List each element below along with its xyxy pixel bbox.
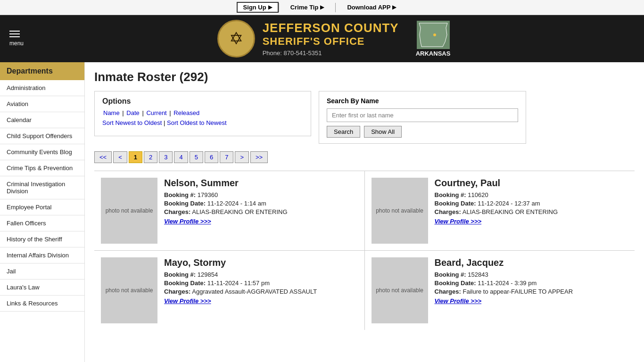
page-button-1[interactable]: 1: [129, 151, 142, 163]
signup-arrow-icon: ▶: [268, 4, 272, 10]
sidebar-item-aviation[interactable]: Aviation: [0, 96, 84, 112]
inmate-booking-number: Booking #: 110620: [435, 191, 628, 198]
view-profile-link[interactable]: View Profile >>>: [435, 218, 482, 225]
first-page-button[interactable]: <<: [94, 151, 112, 163]
download-app-button[interactable]: Download APP ▶: [336, 4, 407, 11]
logo-area: ✡ JEFFERSON COUNTY SHERIFF'S OFFICE Phon…: [33, 20, 635, 58]
menu-line-2: [9, 33, 20, 34]
page-title: Inmate Roster (292): [94, 70, 635, 84]
inmate-card: photo not availableBeard, JacquezBooking…: [365, 251, 635, 330]
top-options-row: Options Name | Date | Current | Released…: [94, 91, 635, 144]
sort-newest-link[interactable]: Sort Newest to Oldest: [102, 119, 162, 126]
arkansas-map-icon: [417, 21, 450, 49]
page-button-5[interactable]: 5: [190, 151, 203, 163]
inmate-booking-date: Booking Date: 11-11-2024 - 3:39 pm: [435, 280, 628, 287]
inmate-photo: photo not available: [372, 178, 428, 244]
inmate-booking-date: Booking Date: 11-11-2024 - 11:57 pm: [164, 280, 358, 287]
svg-point-2: [433, 33, 436, 36]
sidebar-item-employee-portal[interactable]: Employee Portal: [0, 199, 84, 215]
signup-button[interactable]: Sign Up ▶: [237, 2, 279, 13]
title-line1: JEFFERSON COUNTY: [263, 21, 399, 35]
sidebar-item-child-support-offenders[interactable]: Child Support Offenders: [0, 128, 84, 144]
options-name-link[interactable]: Name: [103, 109, 120, 116]
menu-button[interactable]: menu: [9, 31, 24, 47]
show-all-button[interactable]: Show All: [364, 126, 402, 138]
inmate-charges: Charges: ALIAS-BREAKING OR ENTERING: [435, 208, 628, 215]
page-button-4[interactable]: 4: [174, 151, 188, 163]
menu-line-1: [9, 31, 20, 32]
phone-number: Phone: 870-541-5351: [263, 49, 399, 57]
crime-tip-button[interactable]: Crime Tip ▶: [279, 4, 336, 11]
menu-line-3: [9, 36, 20, 37]
sidebar-item-history-of-the-sheriff[interactable]: History of the Sheriff: [0, 231, 84, 247]
inmate-name: Beard, Jacquez: [435, 257, 628, 268]
sidebar-item-fallen-officers[interactable]: Fallen Officers: [0, 215, 84, 231]
sidebar-item-criminal-investigation-division[interactable]: Criminal Investigation Division: [0, 176, 84, 199]
title-line2: SHERIFF'S OFFICE: [263, 35, 399, 48]
sidebar-item-lauras-law[interactable]: Laura's Law: [0, 280, 84, 296]
sidebar-item-internal-affairs-division[interactable]: Internal Affairs Division: [0, 247, 84, 263]
inmate-card: photo not availableNelson, SummerBooking…: [94, 171, 365, 250]
options-released-link[interactable]: Released: [173, 109, 199, 116]
sidebar-item-calendar[interactable]: Calendar: [0, 112, 84, 128]
page-layout: Departments AdministrationAviationCalend…: [0, 62, 644, 362]
inmate-photo: photo not available: [101, 178, 157, 244]
inmate-name: Courtney, Paul: [435, 178, 628, 189]
inmate-row: photo not availableMayo, StormyBooking #…: [94, 250, 635, 330]
menu-label: menu: [9, 40, 24, 47]
sheriff-badge-icon: ✡: [217, 20, 255, 58]
inmate-charges: Charges: Aggravated Assault-AGGRAVATED A…: [164, 288, 358, 295]
options-current-link[interactable]: Current: [146, 109, 166, 116]
sidebar: Departments AdministrationAviationCalend…: [0, 62, 85, 362]
site-title-block: JEFFERSON COUNTY SHERIFF'S OFFICE Phone:…: [263, 21, 399, 57]
inmate-booking-number: Booking #: 129854: [164, 271, 358, 278]
view-profile-link[interactable]: View Profile >>>: [435, 297, 482, 304]
sidebar-item-crime-tips--prevention[interactable]: Crime Tips & Prevention: [0, 160, 84, 176]
page-button-7[interactable]: 7: [220, 151, 233, 163]
inmate-info: Beard, JacquezBooking #: 152843Booking D…: [435, 257, 628, 323]
download-app-arrow-icon: ▶: [392, 4, 396, 10]
options-date-link[interactable]: Date: [126, 109, 139, 116]
sidebar-header: Departments: [0, 62, 84, 80]
sidebar-item-administration[interactable]: Administration: [0, 80, 84, 96]
crime-tip-arrow-icon: ▶: [320, 4, 324, 10]
download-app-label: Download APP: [347, 4, 390, 11]
inmate-info: Nelson, SummerBooking #: 179360Booking D…: [164, 178, 358, 244]
search-title: Search By Name: [327, 97, 518, 105]
inmate-row: photo not availableNelson, SummerBooking…: [94, 171, 635, 250]
inmate-grid: photo not availableNelson, SummerBooking…: [94, 171, 635, 330]
inmate-charges: Charges: ALIAS-BREAKING OR ENTERING: [164, 208, 358, 215]
prev-page-button[interactable]: <: [113, 151, 127, 163]
inmate-booking-number: Booking #: 179360: [164, 191, 358, 198]
sidebar-item-community-events-blog[interactable]: Community Events Blog: [0, 144, 84, 160]
last-page-button[interactable]: >>: [250, 151, 268, 163]
inmate-photo: photo not available: [101, 257, 157, 323]
page-button-6[interactable]: 6: [205, 151, 218, 163]
sort-oldest-link[interactable]: Sort Oldest to Newest: [167, 119, 226, 126]
inmate-card: photo not availableCourtney, PaulBooking…: [365, 171, 635, 250]
pagination: << < 1234567 > >>: [94, 151, 635, 163]
crime-tip-label: Crime Tip: [290, 4, 319, 11]
inmate-booking-date: Booking Date: 11-12-2024 - 1:14 am: [164, 200, 358, 207]
site-header: menu ✡ JEFFERSON COUNTY SHERIFF'S OFFICE…: [0, 15, 644, 62]
page-button-2[interactable]: 2: [144, 151, 157, 163]
sidebar-item-links--resources[interactable]: Links & Resources: [0, 296, 84, 312]
options-sort: Sort Newest to Oldest | Sort Oldest to N…: [102, 119, 303, 126]
search-buttons: Search Show All: [327, 126, 518, 138]
inmate-name: Nelson, Summer: [164, 178, 358, 189]
search-input[interactable]: [327, 108, 518, 122]
inmate-name: Mayo, Stormy: [164, 257, 358, 268]
inmate-card: photo not availableMayo, StormyBooking #…: [94, 251, 365, 330]
search-button[interactable]: Search: [327, 126, 360, 138]
inmate-booking-date: Booking Date: 11-12-2024 - 12:37 am: [435, 200, 628, 207]
next-page-button[interactable]: >: [235, 151, 249, 163]
arkansas-map-area: ARKANSAS: [416, 21, 451, 57]
options-title: Options: [102, 97, 303, 106]
page-button-3[interactable]: 3: [159, 151, 173, 163]
view-profile-link[interactable]: View Profile >>>: [164, 297, 211, 304]
sidebar-item-jail[interactable]: Jail: [0, 263, 84, 280]
star-icon: ✡: [229, 29, 243, 49]
inmate-info: Courtney, PaulBooking #: 110620Booking D…: [435, 178, 628, 244]
view-profile-link[interactable]: View Profile >>>: [164, 218, 211, 225]
inmate-photo: photo not available: [372, 257, 428, 323]
